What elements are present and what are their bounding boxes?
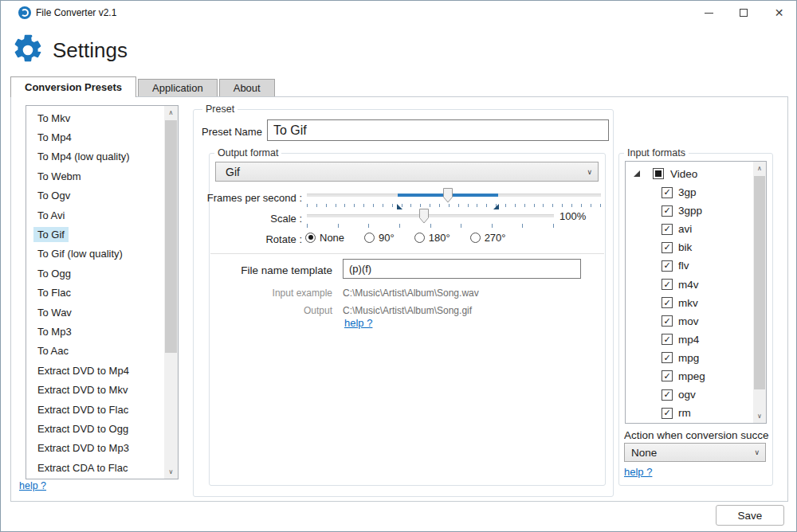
tree-scrollbar[interactable]: ∧ ∨ [753, 162, 766, 423]
selection-start-marker-icon [397, 204, 402, 209]
fps-label: Frames per second : [195, 192, 302, 204]
preset-list-item[interactable]: Extract CDA to Flac [26, 458, 164, 477]
maximize-button[interactable] [726, 1, 761, 25]
format-checkbox[interactable] [662, 205, 673, 217]
scroll-up-icon[interactable]: ∧ [753, 162, 766, 175]
preset-list-item[interactable]: To Aac [26, 342, 164, 361]
app-logo-icon [18, 6, 31, 19]
input-example-label: Input example [225, 288, 332, 299]
radio-icon [364, 233, 375, 243]
fps-tick-marks [307, 204, 601, 210]
format-checkbox[interactable] [662, 224, 673, 235]
preset-list-item[interactable]: To Wav [26, 303, 164, 322]
presets-help-link[interactable]: help ? [19, 480, 46, 491]
radio-icon [305, 233, 316, 243]
preset-list-item[interactable]: Extract DVD to Mp3 [26, 439, 164, 458]
format-row[interactable]: mpeg [626, 367, 753, 385]
format-checkbox[interactable] [662, 242, 673, 253]
scrollbar-thumb[interactable] [165, 120, 177, 353]
rotate-radio-option[interactable]: 90° [364, 232, 395, 244]
tree-expander-icon[interactable] [634, 170, 640, 177]
format-row[interactable]: rm [626, 404, 753, 422]
scale-slider-thumb[interactable] [419, 209, 429, 224]
video-checkbox[interactable] [653, 168, 664, 179]
format-checkbox[interactable] [662, 279, 673, 290]
output-example-label: Output [225, 305, 332, 316]
output-example-value: C:\Music\Artist\Album\Song.gif [343, 305, 472, 316]
rotate-label: Rotate : [241, 233, 302, 245]
template-help-link[interactable]: help ? [344, 317, 372, 329]
rotate-radio-group: None90°180°270° [305, 231, 506, 244]
format-checkbox[interactable] [662, 389, 673, 401]
format-checkbox[interactable] [662, 315, 673, 327]
format-checkbox[interactable] [662, 352, 673, 363]
format-row[interactable]: flv [626, 256, 753, 275]
scale-label: Scale : [241, 213, 302, 225]
fps-slider-thumb[interactable] [443, 188, 453, 203]
minimize-icon [705, 13, 713, 14]
preset-list-item[interactable]: To Gif (low quality) [26, 244, 164, 264]
scale-slider-track[interactable] [307, 214, 554, 217]
format-checkbox[interactable] [662, 408, 673, 419]
scale-value: 100% [559, 210, 586, 222]
format-row[interactable]: ogv [626, 385, 753, 404]
format-row[interactable]: mov [626, 312, 753, 331]
format-row[interactable]: mkv [626, 294, 753, 312]
format-row[interactable]: mpg [626, 349, 753, 367]
preset-list-item[interactable]: Extract DVD to Ogg [26, 419, 164, 438]
action-label: Action when conversion succe [624, 429, 774, 441]
format-checkbox[interactable] [662, 187, 673, 198]
format-row[interactable]: 3gp [626, 183, 753, 201]
tree-node-video[interactable]: Video [626, 165, 753, 182]
preset-list-item[interactable]: To Gif [26, 225, 164, 244]
selection-end-marker-icon [493, 204, 499, 209]
preset-list-item[interactable]: Extract DVD to Flac [26, 400, 164, 419]
preset-list-item[interactable]: To Flac [26, 284, 164, 303]
format-row[interactable]: m4v [626, 275, 753, 293]
preset-list-item[interactable]: To Avi [26, 205, 164, 225]
format-row[interactable]: 3gpp [626, 201, 753, 220]
input-example-value: C:\Music\Artist\Album\Song.wav [343, 288, 479, 299]
minimize-button[interactable] [691, 1, 726, 25]
scrollbar-thumb[interactable] [754, 176, 765, 389]
settings-gear-icon [11, 33, 45, 67]
format-row[interactable]: avi [626, 220, 753, 238]
scroll-down-icon[interactable]: ∨ [753, 409, 766, 423]
output-format-dropdown[interactable]: Gif ∨ [215, 162, 599, 182]
format-row[interactable]: mp4 [626, 331, 753, 349]
video-label: Video [670, 168, 697, 180]
save-button[interactable]: Save [716, 505, 784, 526]
tab[interactable]: Conversion Presets [10, 76, 136, 97]
format-checkbox[interactable] [662, 260, 673, 272]
format-row[interactable]: bik [626, 238, 753, 256]
preset-list-item[interactable]: Extract DVD to Mkv [26, 380, 164, 399]
preset-list-item[interactable]: To Ogg [26, 264, 164, 283]
preset-list-item[interactable]: To Mp3 [26, 322, 164, 341]
preset-list-item[interactable]: Extract DVD to Mp4 [26, 361, 164, 380]
tab[interactable]: Application [138, 79, 218, 96]
format-checkbox[interactable] [662, 297, 673, 308]
format-checkbox[interactable] [662, 370, 673, 381]
rotate-radio-option[interactable]: 270° [470, 232, 506, 244]
app-window: File Converter v2.1 ✕ Settings Conversio… [0, 0, 797, 532]
preset-list-item[interactable]: To Ogv [26, 186, 164, 205]
preset-list-item[interactable]: To Mp4 (low quality) [26, 147, 164, 166]
scroll-down-icon[interactable]: ∨ [164, 465, 178, 479]
file-name-template-input[interactable] [343, 259, 581, 279]
preset-list-item[interactable]: To Mkv [26, 108, 164, 127]
preset-name-input[interactable] [267, 119, 609, 141]
preset-list-item[interactable]: To Webm [26, 166, 164, 186]
action-help-link[interactable]: help ? [624, 466, 652, 478]
scroll-up-icon[interactable]: ∧ [164, 106, 178, 119]
close-button[interactable]: ✕ [761, 1, 797, 25]
preset-list-item[interactable]: To Mp4 [26, 127, 164, 147]
tab[interactable]: About [219, 79, 275, 96]
action-dropdown[interactable]: None ∨ [624, 443, 766, 462]
preset-list-scrollbar[interactable]: ∧ ∨ [164, 106, 178, 479]
input-formats-tree: Video 3gp3gppavibikflvm4vmkvmovmp4mpgmpe… [625, 161, 767, 424]
fps-slider-track[interactable] [307, 194, 601, 197]
rotate-radio-option[interactable]: None [305, 232, 344, 244]
rotate-radio-option[interactable]: 180° [414, 232, 450, 244]
tab-bar: Conversion PresetsApplicationAbout [10, 76, 277, 96]
format-checkbox[interactable] [662, 334, 673, 345]
